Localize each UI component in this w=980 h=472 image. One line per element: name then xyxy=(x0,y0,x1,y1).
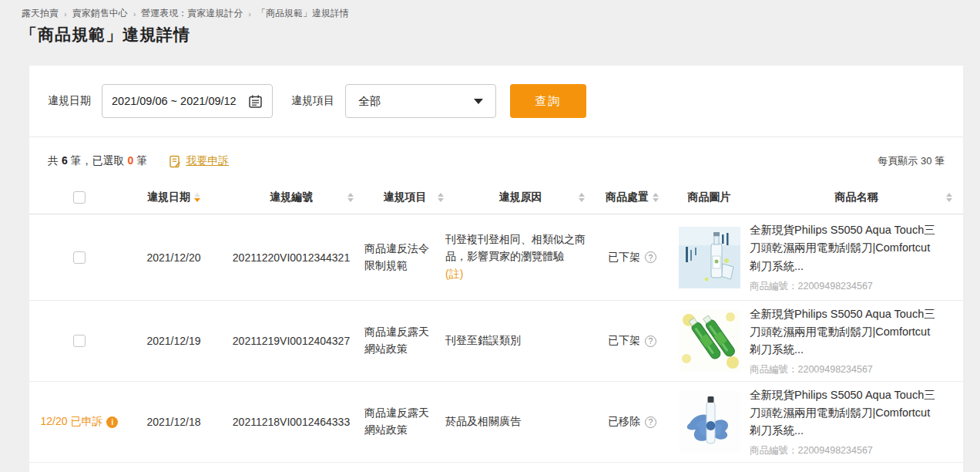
product-id: 商品編號：22009498234567 xyxy=(750,280,873,293)
header-violation-date[interactable]: 違規日期 xyxy=(129,190,218,204)
table-row: 2021/12/20 20211220VI0012344321 商品違反法令限制… xyxy=(29,214,963,301)
count-prefix: 共 xyxy=(48,154,62,167)
breadcrumb: 露天拍賣 › 賣家銷售中心 › 營運表現：賣家違規計分 › 「商品規範」違規詳情 xyxy=(22,7,349,20)
table-header-row: 違規日期 違規編號 違規項目 違規原因 商品處置 商品圖片 xyxy=(29,180,963,214)
violations-table: 違規日期 違規編號 違規項目 違規原因 商品處置 商品圖片 xyxy=(29,180,963,463)
violation-item: 商品違反法令限制規範 xyxy=(364,241,445,274)
result-count-text: 共 6 筆，已選取 0 筆 xyxy=(48,154,147,168)
breadcrumb-separator: › xyxy=(248,9,251,19)
page-size-text: 每頁顯示 30 筆 xyxy=(878,154,945,168)
violation-date: 2021/12/18 xyxy=(129,416,218,428)
sort-icon-date xyxy=(194,193,200,202)
appeal-link-label: 我要申訴 xyxy=(186,154,229,168)
appeal-button[interactable]: 我要申訴 xyxy=(169,154,229,168)
select-all-checkbox[interactable] xyxy=(73,191,86,204)
row-checkbox[interactable] xyxy=(73,251,86,264)
date-range-input[interactable]: 2021/09/06 ~ 2021/09/12 xyxy=(102,84,273,118)
product-image-umeshu-bottle xyxy=(679,227,740,288)
header-violation-item[interactable]: 違規項目 xyxy=(364,190,445,204)
violation-item-label: 違規項目 xyxy=(291,94,334,108)
violation-id: 20211219VI0012404327 xyxy=(218,335,364,347)
breadcrumb-separator: › xyxy=(133,9,136,19)
chevron-down-icon xyxy=(474,99,483,104)
sort-icon-name xyxy=(946,193,952,202)
violation-id: 20211218VI0012464333 xyxy=(218,416,364,428)
count-suffix: 筆 xyxy=(133,154,147,167)
breadcrumb-item-performance[interactable]: 營運表現：賣家違規計分 xyxy=(141,7,243,20)
row-checkbox[interactable] xyxy=(73,335,86,347)
appeal-status: 12/20 已申訴 i xyxy=(41,415,119,429)
disposition-status: 已下架 ? xyxy=(608,251,656,265)
row-select-cell: 12/20 已申訴 i xyxy=(29,415,129,429)
sort-icon-item xyxy=(438,193,444,202)
disposition-status: 已移除 ? xyxy=(608,415,656,429)
summary-bar: 共 6 筆，已選取 0 筆 我要申訴 每頁顯示 30 筆 xyxy=(29,137,963,180)
appeal-document-icon xyxy=(169,155,181,168)
breadcrumb-item-current: 「商品規範」違規詳情 xyxy=(257,7,349,20)
product-name: 全新現貨Philips S5050 Aqua Touch三刀頭乾濕兩用電動刮鬍刀… xyxy=(750,221,943,275)
filter-bar: 違規日期 2021/09/06 ~ 2021/09/12 違規項目 全部 查詢 xyxy=(29,66,963,137)
violation-item-select[interactable]: 全部 xyxy=(345,84,496,118)
help-icon[interactable]: ? xyxy=(645,251,656,263)
table-row: 2021/12/19 20211219VI0012404327 商品違反露天網站… xyxy=(29,301,963,382)
product-name: 全新現貨Philips S5050 Aqua Touch三刀頭乾濕兩用電動刮鬍刀… xyxy=(750,386,943,440)
violation-reason: 刊登複刊登相同、相類似之商品，影響買家的瀏覽體驗 (註) xyxy=(445,231,596,283)
sort-icon-reason xyxy=(579,193,585,202)
reason-note-link[interactable]: (註) xyxy=(445,266,463,283)
header-product-name[interactable]: 商品名稱 xyxy=(750,190,963,204)
header-violation-id[interactable]: 違規編號 xyxy=(218,190,364,204)
violation-date: 2021/12/19 xyxy=(129,335,218,347)
table-row: 12/20 已申訴 i 2021/12/18 20211218VI0012464… xyxy=(29,382,963,463)
violation-item-selected-value: 全部 xyxy=(358,94,381,109)
violation-date: 2021/12/20 xyxy=(129,251,218,264)
breadcrumb-item-home[interactable]: 露天拍賣 xyxy=(22,7,59,20)
count-middle: 筆，已選取 xyxy=(68,154,128,167)
violation-date-label: 違規日期 xyxy=(48,94,91,108)
violation-item: 商品違反露天網站政策 xyxy=(364,405,445,438)
breadcrumb-item-seller-center[interactable]: 賣家銷售中心 xyxy=(72,7,128,20)
sort-icon-id xyxy=(347,193,354,202)
header-product-image: 商品圖片 xyxy=(669,190,750,204)
search-button[interactable]: 查詢 xyxy=(510,84,586,118)
product-image-green-soda-bottles xyxy=(679,310,740,372)
violation-reason: 刊登至錯誤類別 xyxy=(445,332,527,349)
select-all-cell xyxy=(29,191,129,204)
product-name: 全新現貨Philips S5050 Aqua Touch三刀頭乾濕兩用電動刮鬍刀… xyxy=(750,305,943,359)
page-title: 「商品規範」違規詳情 xyxy=(21,24,190,46)
row-select-cell xyxy=(29,335,129,347)
date-range-value: 2021/09/06 ~ 2021/09/12 xyxy=(112,95,237,107)
product-image-water-bottle-splash xyxy=(679,391,740,453)
header-violation-reason[interactable]: 違規原因 xyxy=(445,190,596,204)
content-card: 違規日期 2021/09/06 ~ 2021/09/12 違規項目 全部 查詢 xyxy=(29,66,963,472)
violation-id: 20211220VI0012344321 xyxy=(218,251,364,264)
help-icon[interactable]: ? xyxy=(645,335,656,347)
violation-reason: 菸品及相關廣告 xyxy=(445,413,527,430)
info-icon[interactable]: i xyxy=(106,416,118,428)
header-disposition[interactable]: 商品處置 xyxy=(596,190,669,204)
total-count: 6 xyxy=(62,154,68,167)
sort-icon-disposition xyxy=(653,193,659,202)
calendar-icon[interactable] xyxy=(248,94,263,109)
disposition-status: 已下架 ? xyxy=(608,334,656,348)
product-id: 商品編號：22009498234567 xyxy=(750,444,873,457)
violation-item: 商品違反露天網站政策 xyxy=(364,324,445,357)
product-id: 商品編號：22009498234567 xyxy=(750,363,873,376)
breadcrumb-separator: › xyxy=(64,9,67,19)
row-select-cell xyxy=(29,251,129,264)
help-icon[interactable]: ? xyxy=(645,416,656,428)
